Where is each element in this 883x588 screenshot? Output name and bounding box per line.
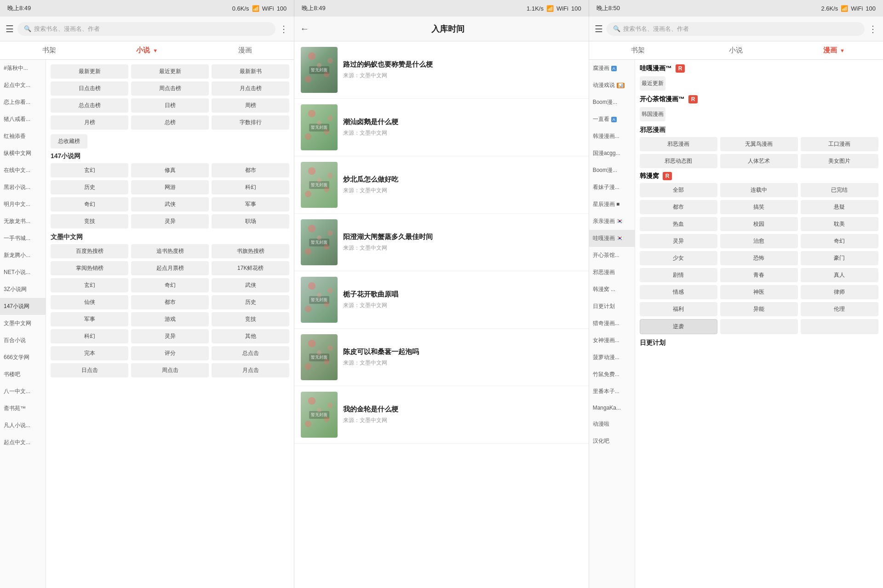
tab-bookshelf-1[interactable]: 书架: [0, 41, 98, 59]
btn-dushi-2[interactable]: 都市: [131, 295, 209, 309]
btn-mystery[interactable]: 悬疑: [801, 200, 878, 214]
btn-daily-click-2[interactable]: 日点击: [51, 363, 128, 377]
sidebar-item-boluo[interactable]: 菠萝动漫...: [589, 349, 635, 366]
btn-zhangyue-hot[interactable]: 掌阅热销榜: [51, 261, 128, 275]
btn-emotion[interactable]: 情感: [640, 285, 717, 299]
sidebar-item[interactable]: 八一中文...: [0, 383, 46, 400]
btn-ethics[interactable]: 伦理: [801, 302, 878, 316]
btn-fantasy[interactable]: 奇幻: [801, 234, 878, 248]
book-item-1[interactable]: 暂无封面 路过的蚂蚁也要称赞是什么梗 来源：文墨中文网: [294, 41, 588, 99]
btn-horror[interactable]: 恐怖: [720, 251, 798, 265]
sidebar-item-fuman[interactable]: 腐漫画 A: [589, 60, 635, 77]
btn-kehuan[interactable]: 科幻: [212, 180, 289, 194]
sidebar-item[interactable]: 书楼吧: [0, 366, 46, 383]
btn-lishi[interactable]: 历史: [51, 180, 128, 194]
sidebar-item[interactable]: #落秋中...: [0, 60, 46, 77]
btn-xiuzhen[interactable]: 修真: [131, 163, 209, 177]
btn-dushi[interactable]: 都市: [212, 163, 289, 177]
btn-monthly-click[interactable]: 月点击榜: [212, 81, 289, 96]
btn-rich[interactable]: 豪门: [801, 251, 878, 265]
btn-junshi[interactable]: 军事: [212, 197, 289, 211]
sidebar-item-dongmanxi[interactable]: 动漫戏说 📊: [589, 77, 635, 94]
btn-drama[interactable]: 剧情: [640, 268, 717, 282]
btn-heal[interactable]: 治愈: [720, 234, 798, 248]
btn-monthly-rank[interactable]: 月榜: [51, 115, 128, 130]
btn-17k-flower[interactable]: 17K鲜花榜: [212, 261, 289, 275]
btn-all[interactable]: 全部: [640, 183, 717, 197]
btn-qihuan[interactable]: 奇幻: [51, 197, 128, 211]
btn-doctor[interactable]: 神医: [720, 285, 798, 299]
tab-novel-1[interactable]: 小说 ▼: [98, 41, 196, 59]
sidebar-item[interactable]: 百合小说: [0, 332, 46, 349]
sidebar-item[interactable]: NET小说...: [0, 264, 46, 281]
btn-recent-update-waga[interactable]: 最近更新: [640, 76, 665, 91]
btn-total-fav[interactable]: 总收藏榜: [51, 134, 87, 148]
btn-total-click[interactable]: 总点击榜: [51, 98, 128, 113]
btn-meinv[interactable]: 美女图片: [801, 154, 878, 168]
sidebar-item-yizhi[interactable]: 一直看 A: [589, 111, 635, 128]
btn-xuanhuan[interactable]: 玄幻: [51, 163, 128, 177]
sidebar-item-xingchen[interactable]: 星辰漫画 ■: [589, 196, 635, 213]
btn-serializing[interactable]: 连载中: [720, 183, 798, 197]
sidebar-item[interactable]: 斋书苑™: [0, 400, 46, 417]
sidebar-item[interactable]: 恋上你看...: [0, 94, 46, 111]
btn-latest-new[interactable]: 最新新书: [212, 64, 289, 79]
sidebar-item-kanmei[interactable]: 看妹子漫...: [589, 179, 635, 196]
btn-jingji[interactable]: 竞技: [51, 214, 128, 228]
tab-manga-3[interactable]: 漫画 ▼: [785, 41, 883, 59]
btn-city[interactable]: 都市: [640, 200, 717, 214]
sidebar-item-rigang[interactable]: 日更计划: [589, 298, 635, 315]
btn-qidian-ticket[interactable]: 起点月票榜: [131, 261, 209, 275]
btn-superpower[interactable]: 异能: [720, 302, 798, 316]
sidebar-item[interactable]: 明月中文...: [0, 196, 46, 213]
btn-weekly-rank[interactable]: 周榜: [212, 98, 289, 113]
more-icon-1[interactable]: ⋮: [279, 23, 288, 34]
sidebar-item[interactable]: 凡人小说...: [0, 417, 46, 434]
book-item-2[interactable]: 暂无封面 潮汕卤鹅是什么梗 来源：文墨中文网: [294, 99, 588, 156]
btn-qihuan-2[interactable]: 奇幻: [131, 278, 209, 292]
btn-zhichang[interactable]: 职场: [212, 214, 289, 228]
book-item-3[interactable]: 暂无封面 炒北瓜怎么做好吃 来源：文墨中文网: [294, 156, 588, 214]
tab-novel-3[interactable]: 小说: [687, 41, 785, 59]
btn-youxi[interactable]: 游戏: [131, 312, 209, 326]
sidebar-item-147[interactable]: 147小说网: [0, 298, 46, 315]
btn-completed[interactable]: 已完结: [801, 183, 878, 197]
btn-wuxia-2[interactable]: 武侠: [212, 278, 289, 292]
btn-danmei[interactable]: 耽美: [801, 217, 878, 231]
sidebar-item[interactable]: 起点中文...: [0, 77, 46, 94]
sidebar-item[interactable]: 纵横中文网: [0, 145, 46, 162]
sidebar-item-waga[interactable]: 哇嘎漫画 🇰🇷: [589, 230, 635, 247]
btn-recent-update[interactable]: 最近更新: [131, 64, 209, 79]
btn-zhuishu-hot[interactable]: 追书热度榜: [131, 244, 209, 258]
book-item-5[interactable]: 暂无封面 栀子花开歌曲原唱 来源：文墨中文网: [294, 271, 588, 329]
btn-lawyer[interactable]: 律师: [801, 285, 878, 299]
sidebar-item[interactable]: 一手书城...: [0, 230, 46, 247]
sidebar-item-boom2[interactable]: Boom漫...: [589, 162, 635, 179]
sidebar-item-boom1[interactable]: Boom漫...: [589, 94, 635, 111]
btn-monthly-click-2[interactable]: 月点击: [212, 363, 289, 377]
btn-shuqi-hot[interactable]: 书旗热搜榜: [212, 244, 289, 258]
sidebar-item[interactable]: 黑岩小说...: [0, 179, 46, 196]
sidebar-item-qinqin[interactable]: 亲亲漫画 🇰🇷: [589, 213, 635, 230]
btn-daily-click[interactable]: 日点击榜: [51, 81, 128, 96]
book-item-4[interactable]: 暂无封面 阳澄湖大闸蟹蒸多久最佳时间 来源：文墨中文网: [294, 214, 588, 271]
btn-baidu-hot[interactable]: 百度热搜榜: [51, 244, 128, 258]
btn-liyi-2[interactable]: 灵异: [131, 329, 209, 343]
sidebar-item[interactable]: 文墨中文网: [0, 315, 46, 332]
btn-youth[interactable]: 青春: [720, 268, 798, 282]
back-icon[interactable]: ←: [300, 23, 309, 34]
btn-wanben[interactable]: 完本: [51, 346, 128, 360]
tab-manga-1[interactable]: 漫画: [196, 41, 294, 59]
btn-liyi[interactable]: 灵异: [131, 214, 209, 228]
btn-action[interactable]: 热血: [640, 217, 717, 231]
btn-korean-manga[interactable]: 韩国漫画: [640, 107, 665, 121]
btn-reallife[interactable]: 真人: [801, 268, 878, 282]
menu-icon[interactable]: ☰: [6, 23, 14, 34]
sidebar-item[interactable]: 猪八戒看...: [0, 111, 46, 128]
btn-total-click-2[interactable]: 总点击: [212, 346, 289, 360]
sidebar-item[interactable]: 666文学网: [0, 349, 46, 366]
sidebar-item[interactable]: 3Z小说网: [0, 281, 46, 298]
btn-lishi-2[interactable]: 历史: [212, 295, 289, 309]
btn-girl[interactable]: 少女: [640, 251, 717, 265]
btn-junshi-2[interactable]: 军事: [51, 312, 128, 326]
